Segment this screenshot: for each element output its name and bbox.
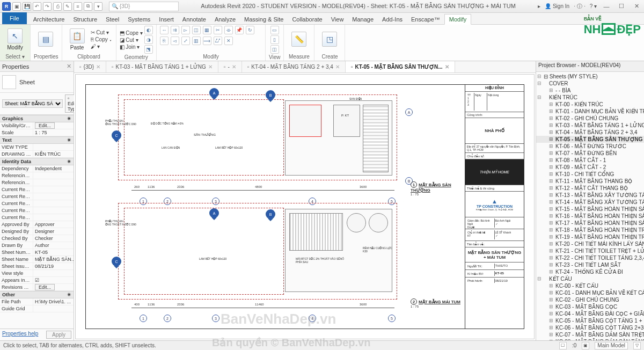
grid-bubble[interactable]: 3 <box>212 315 219 322</box>
tab-close-icon[interactable]: ✕ <box>232 64 236 70</box>
print-icon[interactable]: ⎙ <box>53 2 62 11</box>
pin-icon[interactable]: 📌 <box>235 26 244 34</box>
property-row[interactable]: Current Revisio... <box>0 214 74 221</box>
tree-sheet[interactable]: KT-15 - MẶT BẰNG HOÀN THIỆN SÀN TRỆT + L <box>536 206 644 213</box>
tree-sheet[interactable]: KT-04 - MẶT BẰNG TẦNG 2 + 3,4 <box>536 129 644 136</box>
property-row[interactable]: Referencing D... <box>0 179 74 186</box>
tree-sheet[interactable]: KT-09 - MẶT CẮT - 2 <box>536 164 644 171</box>
property-row[interactable]: DependencyIndependent <box>0 165 74 172</box>
property-row[interactable]: Drawn ByAuthor <box>0 242 74 249</box>
tree-sheet[interactable]: KT-06 - MẶT ĐỨNG TRƯỚC <box>536 143 644 150</box>
sb-icon[interactable]: ▣ <box>582 342 589 349</box>
create-icon[interactable]: ◳ <box>322 32 337 47</box>
property-row[interactable]: Current Revisio... <box>0 200 74 207</box>
section-marker[interactable]: A <box>209 88 219 98</box>
property-row[interactable]: Approved ByApprover <box>0 221 74 228</box>
mirror-icon[interactable]: ▻ <box>181 26 190 34</box>
rotate-icon[interactable]: ↻ <box>246 26 254 34</box>
help-dropdown[interactable]: ? ▾ <box>590 3 597 9</box>
sb-icon[interactable]: ▽ <box>633 342 641 349</box>
ribbon-tab-systems[interactable]: Systems <box>123 14 155 24</box>
ribbon-tab-analyze[interactable]: Analyze <box>210 14 240 24</box>
grid-bubble[interactable]: 1 <box>140 315 147 322</box>
view-tab[interactable]: ▫-✕ <box>218 61 242 72</box>
grid-bubble[interactable]: A <box>405 108 413 116</box>
view-tab[interactable]: ▫KT-05 - MẶT BẰNG SÂN THƯỢN...✕ <box>346 61 455 72</box>
modify-icon[interactable]: ↖ <box>8 28 23 43</box>
extend-icon[interactable]: ⟶ <box>203 37 211 45</box>
maximize-button[interactable]: ☐ <box>616 3 627 10</box>
view-tab[interactable]: ▫{3D}✕ <box>74 61 106 72</box>
section-marker[interactable]: B <box>266 209 275 219</box>
ribbon-tab-annotate[interactable]: Annotate <box>178 14 210 24</box>
sb-icon[interactable]: ☐ <box>559 342 567 349</box>
split2-icon[interactable]: ⌰ <box>214 37 222 45</box>
tree-sheet[interactable]: KC-08 - MẶT BẰNG DẦM SÀN TẦNG 2,3,4 <box>536 338 644 340</box>
close-icon[interactable]: ✕ <box>67 63 71 70</box>
tree-sheet[interactable]: KC-04 - MẶT BẰNG ĐÀI CỌC + GIẰNG MÓNG <box>536 310 644 317</box>
property-row[interactable]: DRAWING TYPEKIẾN TRÚC <box>0 151 74 158</box>
property-row[interactable]: Appears In She...☑ <box>0 277 74 284</box>
view-tab[interactable]: ▫KT-04 - MẶT BẰNG TẦNG 2 + 3,4✕ <box>242 61 346 72</box>
qat-icon[interactable]: ⧉ <box>84 2 92 11</box>
tree-sheet[interactable]: KT-05 - MẶT BẰNG SÂN THƯỢNG + MÁI TUM <box>536 136 644 143</box>
property-row[interactable]: Current Revisio... <box>0 193 74 200</box>
tree-sheet[interactable]: KT-14 - MẶT BẰNG XÂY TƯỜNG TẦNG 2,3,4+S <box>536 199 644 206</box>
close-button[interactable]: ✕ <box>631 3 642 10</box>
ribbon-tab-view[interactable]: View <box>327 14 348 24</box>
tree-sheet[interactable]: KT-03 - MẶT BẰNG TẦNG 1 + LỬNG <box>536 122 644 129</box>
tree-sheet[interactable]: KT-20 - CHI TIẾT MÁI KÍNH LẤY SÁNG <box>536 240 644 247</box>
property-row[interactable]: Designed ByDesigner <box>0 228 74 235</box>
ribbon-tab-enscape[interactable]: Enscape™ <box>407 14 444 24</box>
tree-sheet[interactable]: KT-07 - MẶT ĐỨNG BÊN <box>536 150 644 157</box>
search-icon[interactable]: ▸ <box>538 3 540 9</box>
match-button[interactable]: 🖌 ▾ <box>91 43 113 49</box>
tree-sheet[interactable]: KT-10 - CHI TIẾT CỔNG <box>536 171 644 178</box>
section-marker[interactable]: C <box>112 257 121 266</box>
tree-sheet[interactable]: KC-07 - MẶT BẰNG DẦM SÀN TRỆT + LỬNG <box>536 331 644 338</box>
properties-help-link[interactable]: Properties help <box>2 331 38 339</box>
undo-icon[interactable]: ↶ <box>33 2 41 11</box>
array2-icon[interactable]: ▥ <box>192 37 201 45</box>
help-icon[interactable]: ⋅ ⓘ ⋅ <box>574 3 586 10</box>
property-row[interactable]: Current Revisio... <box>0 207 74 214</box>
file-tab[interactable]: File <box>2 12 27 24</box>
ribbon-tab-modify[interactable]: Modify <box>444 14 471 25</box>
property-row[interactable]: Referencing Sh... <box>0 172 74 179</box>
property-row[interactable]: Visibility/Graph...Edit... <box>0 122 74 129</box>
property-row[interactable]: VIEW TYPE <box>0 144 74 151</box>
view-tab[interactable]: ▫KT-03 - MẶT BẰNG TẦNG 1 + LỬNG✕ <box>106 61 218 72</box>
revit-icon[interactable]: R <box>2 2 11 11</box>
model-combo[interactable]: Main Model <box>595 342 628 349</box>
tree-sheet[interactable]: - - BÌA <box>536 87 644 94</box>
scale-icon[interactable]: ⤢ <box>181 37 190 45</box>
grid-bubble[interactable]: 4 <box>309 315 316 322</box>
tree-sheet[interactable]: KT-22 - CHI TIẾT TOILET TẦNG 2,3,4 <box>536 254 644 261</box>
tree-sheet[interactable]: KC-00 - KẾT CẤU <box>536 282 644 289</box>
cut-button[interactable]: ✂ Cut ▾ <box>91 30 113 35</box>
copy-button[interactable]: ⎘ Copy ▾ <box>91 37 113 42</box>
tree-sheet[interactable]: KT-11 - MẶT BẰNG THANG BỘ <box>536 178 644 185</box>
grid-bubble[interactable]: 5 <box>388 315 396 322</box>
trim-icon[interactable]: ✂ <box>214 26 222 34</box>
minimize-button[interactable]: — <box>601 3 612 10</box>
tree-sheet[interactable]: KT-17 - MẶT BẰNG HOÀN THIỆN SÀN TUM <box>536 220 644 227</box>
tree-sheet[interactable]: KT-23 - CHI TIẾT LAM SẮT <box>536 261 644 268</box>
tree-group[interactable]: COVER <box>536 80 644 87</box>
tree-sheet[interactable]: KT-21 - CHI TIẾT TOILET TRỆT + LỬNG <box>536 247 644 254</box>
section-marker[interactable]: A <box>209 208 219 218</box>
array-icon[interactable]: ▦ <box>203 26 211 34</box>
qat-dropdown[interactable]: ▾ <box>94 2 103 11</box>
qat-icon[interactable]: ✎ <box>63 2 72 11</box>
property-row[interactable]: Current Revisio... <box>0 186 74 193</box>
section-marker[interactable]: B <box>266 90 275 100</box>
view-search[interactable]: 🔍 {3D} <box>109 2 179 11</box>
tree-sheet[interactable]: KC-02 - GHI CHÚ CHUNG <box>536 296 644 303</box>
signin-button[interactable]: 👤 Sign In <box>545 3 569 9</box>
property-row[interactable]: Guide Grid <box>0 305 74 312</box>
property-grid[interactable]: Graphics✴ Visibility/Graph...Edit...Scal… <box>0 115 74 329</box>
tab-close-icon[interactable]: ✕ <box>445 64 449 70</box>
align-icon[interactable]: ⇉ <box>171 26 179 34</box>
ribbon-tab-steel[interactable]: Steel <box>101 14 123 24</box>
ribbon-tab-structure[interactable]: Structure <box>69 14 101 24</box>
